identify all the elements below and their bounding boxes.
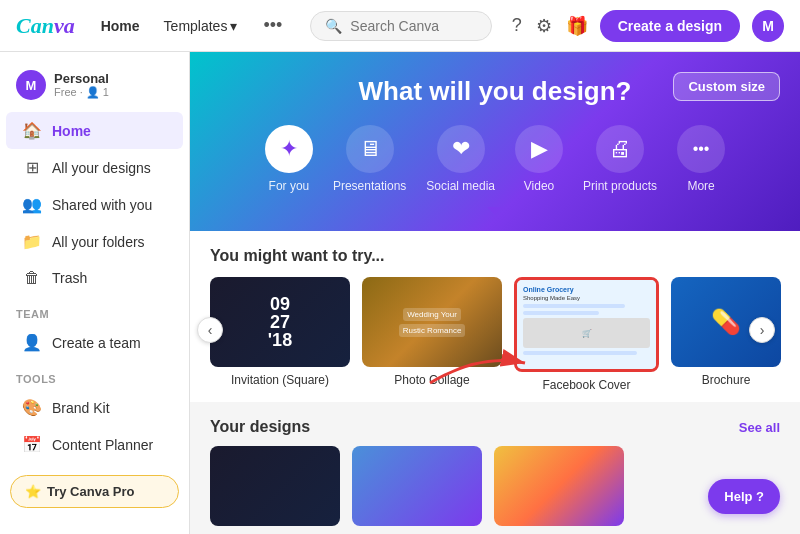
user-plan: Free · 👤 1 (54, 86, 109, 99)
custom-size-button[interactable]: Custom size (673, 72, 780, 101)
carousel-right-arrow[interactable]: › (749, 317, 775, 343)
presentations-label: Presentations (333, 179, 406, 193)
presentations-icon: 🖥 (346, 125, 394, 173)
sidebar-item-shared[interactable]: 👥 Shared with you (6, 186, 183, 223)
design-card-2[interactable] (352, 446, 482, 526)
design-card-3[interactable] (494, 446, 624, 526)
design-type-social[interactable]: ❤ Social media (426, 125, 495, 193)
avatar[interactable]: M (752, 10, 784, 42)
nav-templates[interactable]: Templates ▾ (158, 14, 244, 38)
search-input[interactable] (350, 18, 476, 34)
try-section: You might want to try... ‹ 09 27 '18 (190, 231, 800, 402)
design-type-for-you[interactable]: ✦ For you (265, 125, 313, 193)
main-layout: M Personal Free · 👤 1 🏠 Home ⊞ All your … (0, 52, 800, 534)
sidebar-item-label: All your designs (52, 160, 151, 176)
sidebar-item-content-planner[interactable]: 📅 Content Planner (6, 426, 183, 463)
shared-icon: 👥 (22, 195, 42, 214)
brochure-label: Brochure (702, 373, 751, 387)
sidebar-item-label: Create a team (52, 335, 141, 351)
invitation-label: Invitation (Square) (231, 373, 329, 387)
sidebar-item-label: Content Planner (52, 437, 153, 453)
for-you-label: For you (269, 179, 310, 193)
try-card-facebook[interactable]: Online Grocery Shopping Made Easy 🛒 Face… (514, 277, 659, 392)
facebook-label: Facebook Cover (542, 378, 630, 392)
social-label: Social media (426, 179, 495, 193)
sidebar-item-brand-kit[interactable]: 🎨 Brand Kit (6, 389, 183, 426)
help-button[interactable]: Help ? (708, 479, 780, 514)
try-card-invitation[interactable]: 09 27 '18 Invitation (Square) (210, 277, 350, 387)
collage-mock: Wedding Your Rustic Romance (362, 277, 502, 367)
team-icon: 👤 (22, 333, 42, 352)
content-area: What will you design? Custom size ✦ For … (190, 52, 800, 534)
canva-logo[interactable]: Canva (16, 13, 75, 39)
grid-icon: ⊞ (22, 158, 42, 177)
sidebar-item-trash[interactable]: 🗑 Trash (6, 260, 183, 296)
user-info: M Personal Free · 👤 1 (0, 62, 189, 112)
home-icon: 🏠 (22, 121, 42, 140)
for-you-icon: ✦ (265, 125, 313, 173)
try-pro-button[interactable]: ⭐ Try Canva Pro (10, 475, 179, 508)
facebook-preview: Online Grocery Shopping Made Easy 🛒 (514, 277, 659, 372)
hero-banner: What will you design? Custom size ✦ For … (190, 52, 800, 231)
fb-mock-img: 🛒 (523, 318, 650, 348)
sidebar-item-label: Shared with you (52, 197, 152, 213)
social-icon: ❤ (437, 125, 485, 173)
invitation-preview: 09 27 '18 (210, 277, 350, 367)
sidebar-item-label: All your folders (52, 234, 145, 250)
user-name: Personal (54, 71, 109, 86)
design-type-print[interactable]: 🖨 Print products (583, 125, 657, 193)
nav-more[interactable]: ••• (255, 11, 290, 40)
invitation-mock: 09 27 '18 (210, 277, 350, 367)
design-type-more[interactable]: ••• More (677, 125, 725, 193)
active-indicator (487, 207, 503, 215)
team-section-label: Team (0, 296, 189, 324)
your-designs-section: Your designs See all (190, 402, 800, 534)
sidebar-item-folders[interactable]: 📁 All your folders (6, 223, 183, 260)
settings-icon[interactable]: ⚙ (536, 15, 552, 37)
header: Canva Home Templates ▾ ••• 🔍 ? ⚙ 🎁 Creat… (0, 0, 800, 52)
more-label: More (687, 179, 714, 193)
create-design-button[interactable]: Create a design (600, 10, 740, 42)
user-avatar: M (16, 70, 46, 100)
folder-icon: 📁 (22, 232, 42, 251)
try-section-title: You might want to try... (210, 247, 780, 265)
search-icon: 🔍 (325, 18, 342, 34)
gift-icon[interactable]: 🎁 (566, 15, 588, 37)
tools-section-label: Tools (0, 361, 189, 389)
try-cards-wrapper: ‹ 09 27 '18 I (210, 277, 780, 392)
try-card-collage[interactable]: Wedding Your Rustic Romance Photo Collag… (362, 277, 502, 387)
help-icon[interactable]: ? (512, 15, 522, 36)
help-label: Help ? (724, 489, 764, 504)
sidebar-item-all-designs[interactable]: ⊞ All your designs (6, 149, 183, 186)
collage-label: Photo Collage (394, 373, 469, 387)
sidebar-item-home[interactable]: 🏠 Home (6, 112, 183, 149)
your-designs-title: Your designs (210, 418, 310, 436)
section-header: Your designs See all (210, 418, 780, 436)
nav-home[interactable]: Home (95, 14, 146, 38)
design-types: ✦ For you 🖥 Presentations ❤ Social media… (220, 125, 770, 203)
print-label: Print products (583, 179, 657, 193)
calendar-icon: 📅 (22, 435, 42, 454)
design-type-presentations[interactable]: 🖥 Presentations (333, 125, 406, 193)
brand-icon: 🎨 (22, 398, 42, 417)
collage-preview: Wedding Your Rustic Romance (362, 277, 502, 367)
try-cards: 09 27 '18 Invitation (Square) (210, 277, 780, 392)
facebook-mock: Online Grocery Shopping Made Easy 🛒 (517, 280, 656, 369)
design-type-video[interactable]: ▶ Video (515, 125, 563, 193)
sidebar-item-create-team[interactable]: 👤 Create a team (6, 324, 183, 361)
user-details: Personal Free · 👤 1 (54, 71, 109, 99)
try-pro-label: Try Canva Pro (47, 484, 134, 499)
header-icons: ? ⚙ 🎁 (512, 15, 588, 37)
print-icon: 🖨 (596, 125, 644, 173)
sidebar: M Personal Free · 👤 1 🏠 Home ⊞ All your … (0, 52, 190, 534)
sidebar-item-label: Trash (52, 270, 87, 286)
video-label: Video (524, 179, 554, 193)
trash-icon: 🗑 (22, 269, 42, 287)
design-card-1[interactable] (210, 446, 340, 526)
see-all-link[interactable]: See all (739, 420, 780, 435)
sidebar-item-label: Home (52, 123, 91, 139)
carousel-left-arrow[interactable]: ‹ (197, 317, 223, 343)
star-icon: ⭐ (25, 484, 41, 499)
sidebar-item-label: Brand Kit (52, 400, 110, 416)
design-cards (210, 446, 780, 526)
